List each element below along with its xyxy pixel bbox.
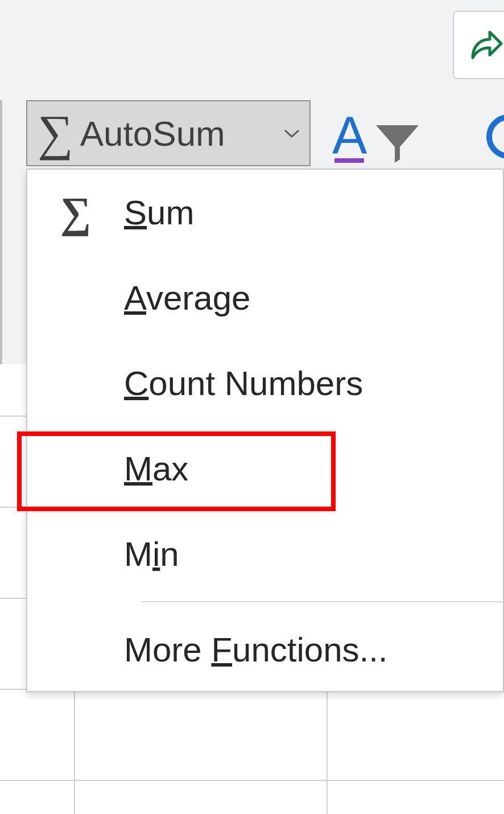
menu-item-min[interactable]: Min bbox=[27, 511, 503, 597]
find-select-button[interactable] bbox=[481, 108, 504, 165]
svg-rect-1 bbox=[334, 158, 364, 163]
sigma-icon: ∑ bbox=[27, 188, 124, 237]
menu-item-label: Count Numbers bbox=[124, 364, 363, 403]
svg-text:A: A bbox=[332, 108, 367, 165]
autosum-label: AutoSum bbox=[80, 113, 282, 154]
menu-item-label: Sum bbox=[124, 193, 194, 232]
sort-filter-button[interactable]: A bbox=[328, 108, 424, 165]
sigma-icon: ∑ bbox=[38, 108, 73, 158]
menu-item-label: Min bbox=[124, 535, 179, 574]
chevron-down-icon[interactable] bbox=[282, 124, 301, 143]
menu-item-more-functions[interactable]: More Functions... bbox=[27, 607, 503, 692]
menu-item-sum[interactable]: ∑ Sum bbox=[27, 170, 503, 255]
svg-point-2 bbox=[489, 117, 504, 156]
autosum-dropdown-menu: ∑ Sum Average Count Numbers Max Min More… bbox=[26, 168, 504, 692]
share-button[interactable] bbox=[453, 11, 504, 79]
autosum-button[interactable]: ∑ AutoSum bbox=[26, 100, 311, 166]
sort-filter-icon: A bbox=[328, 108, 424, 165]
share-icon bbox=[470, 28, 504, 62]
menu-item-count-numbers[interactable]: Count Numbers bbox=[27, 340, 503, 426]
menu-item-average[interactable]: Average bbox=[27, 255, 503, 340]
menu-item-label: More Functions... bbox=[124, 630, 388, 669]
menu-item-label: Average bbox=[124, 278, 250, 318]
menu-separator bbox=[141, 601, 503, 602]
menu-item-max[interactable]: Max bbox=[27, 426, 503, 511]
search-icon bbox=[481, 108, 504, 165]
menu-item-label: Max bbox=[124, 449, 188, 488]
